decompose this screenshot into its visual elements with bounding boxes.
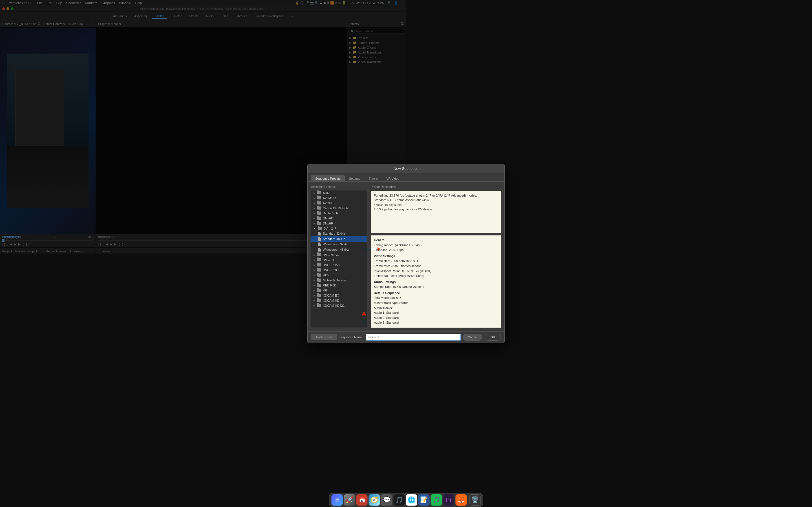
canon-label: Canon XF MPEG2 [323,207,349,210]
folder-arri-icon [317,191,321,194]
chevron-avc: ▶ [313,196,315,200]
presets-list: ▶ ARRI ▶ AVC-Intra ▶ AVCHD [311,190,367,253]
editing-mode: Editing mode: QuickTime DV 24p [374,243,406,247]
new-sequence-modal: New Sequence Sequence Presets Settings T… [307,164,406,253]
timebase: Timebase: 23.976 fps [374,248,403,251]
folder-dvntsc-icon [317,253,321,253]
preset-avchd[interactable]: ▶ AVCHD [311,201,367,206]
dnxhd-label: DNxHD [323,217,333,220]
std32-label: Standard 32kHz [323,232,345,235]
chevron-arri: ▶ [313,191,315,194]
chevron-dslr: ▶ [313,212,315,215]
chevron-canon: ▶ [313,207,315,210]
file-std48-icon [318,237,321,241]
folder-dnxhd-icon [317,217,321,220]
preset-arri[interactable]: ▶ ARRI [311,190,367,195]
file-wide48-icon [318,248,321,251]
folder-avc-icon [317,196,321,200]
modal-body: Available Presets ▶ ARRI ▶ AVC-Intra ▶ [308,182,406,253]
tab-settings[interactable]: Settings [345,175,364,181]
modal-title: New Sequence [308,164,406,173]
preset-description-label: Preset Description [371,185,406,188]
tab-tracks[interactable]: Tracks [364,175,382,181]
preset-standard-32[interactable]: Standard 32kHz [311,231,367,236]
dnxhr-label: DNxHR [323,222,333,225]
preset-dv-24p[interactable]: ▼ DV – 24P [311,226,367,231]
description-text: For editing 23.976 fps footage shot in 2… [374,194,406,211]
presets-panel: Available Presets ▶ ARRI ▶ AVC-Intra ▶ [311,185,367,253]
dv24p-label: DV – 24P [323,227,337,230]
preset-wide-48[interactable]: Widescreen 48kHz [311,247,367,252]
preset-dv-ntsc[interactable]: ▶ DV – NTSC [311,252,367,253]
folder-dv24p-icon [318,227,322,230]
preset-avc-intra[interactable]: ▶ AVC-Intra [311,195,367,201]
chevron-dnxhr: ▶ [313,222,315,225]
avchd-label: AVCHD [323,202,334,205]
modal-overlay: New Sequence Sequence Presets Settings T… [0,0,406,253]
wide48-label: Widescreen 48kHz [323,248,349,251]
folder-dslr-icon [317,212,321,215]
preset-dnxhr[interactable]: ▶ DNxHR [311,221,367,226]
dvntsc-label: DV – NTSC [323,253,339,253]
dslr-label: Digital SLR [323,212,338,215]
preset-standard-48[interactable]: Standard 48kHz [311,236,367,242]
folder-dnxhr-icon [317,222,321,225]
file-wide32-icon [318,242,321,246]
tab-vr-video[interactable]: VR Video [382,175,403,181]
description-box: For editing 23.976 fps footage shot in 2… [371,191,406,233]
modal-tabs: Sequence Presets Settings Tracks VR Vide… [308,173,406,182]
chevron-avchd: ▶ [313,202,315,205]
avc-label: AVC-Intra [323,196,336,200]
preset-digital-slr[interactable]: ▶ Digital SLR [311,211,367,216]
tab-sequence-presets[interactable]: Sequence Presets [311,175,345,181]
file-std32-icon [318,232,321,235]
wide32-label: Widescreen 32kHz [323,242,349,246]
arri-label: ARRI [323,191,330,194]
folder-avchd-icon [317,202,321,205]
available-presets-label: Available Presets [311,185,367,188]
chevron-dv24p: ▼ [313,227,316,230]
chevron-dnxhd: ▶ [313,217,315,220]
preset-canon[interactable]: ▶ Canon XF MPEG2 [311,206,367,211]
general-title: General [374,238,386,242]
preset-dnxhd[interactable]: ▶ DNxHD [311,216,367,221]
description-panel: Preset Description For editing 23.976 fp… [371,185,406,253]
std48-label: Standard 48kHz [323,237,345,240]
preset-wide-32[interactable]: Widescreen 32kHz [311,242,367,247]
info-box: General Editing mode: QuickTime DV 24p T… [371,235,406,253]
folder-canon-icon [317,207,321,210]
